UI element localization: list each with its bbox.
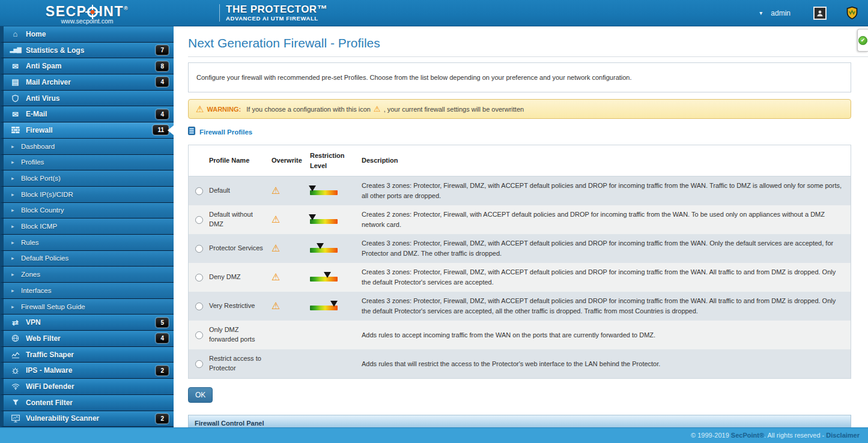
sidebar-item-ips-malware[interactable]: IPS - Malware2	[0, 363, 174, 379]
sidebar-subitem-label: Rules	[21, 239, 169, 246]
email-icon: ✉	[10, 110, 21, 118]
table-header-row: Profile NameOverwriteRestriction LevelDe…	[189, 145, 851, 176]
restriction-marker-icon	[324, 272, 331, 278]
sidebar-item-label: VPN	[26, 318, 151, 327]
sidebar-subitem-default-policies[interactable]: ▸Default Policies	[0, 251, 174, 267]
overwrite-warning-icon: ⚠	[272, 272, 280, 282]
sidebar-subitem-block-ip-s-cidr[interactable]: ▸Block IP(s)/CIDR	[0, 187, 174, 203]
sidebar-item-anti-virus[interactable]: Anti Virus	[0, 91, 174, 107]
sidebar-item-mail-archiver[interactable]: ▤Mail Archiver4	[0, 74, 174, 91]
arrow-right-icon: ▸	[11, 240, 16, 246]
count-badge: 11	[153, 125, 169, 135]
sidebar-item-label: Web Filter	[26, 334, 151, 343]
firewall-submenu: ▸Dashboard▸Profiles▸Block Port(s)▸Block …	[0, 139, 174, 315]
main-content: Next Generation Firewall - Profiles ✔ Co…	[174, 26, 868, 427]
sidebar-subitem-label: Block Country	[21, 206, 169, 214]
antispam-icon: ✉	[10, 62, 21, 70]
crosshair-icon	[87, 7, 98, 17]
footer-brand: SecPoint®	[731, 432, 764, 439]
sidebar-subitem-firewall-setup-guide[interactable]: ▸Firewall Setup Guide	[0, 299, 174, 315]
control-panel-header: Firewall Control Panel	[189, 415, 851, 427]
profile-name: Very Restrictive	[209, 297, 272, 316]
sidebar-item-label: Home	[26, 30, 169, 38]
sidebar-item-content-filter[interactable]: Content Filter	[0, 395, 174, 411]
sidebar-item-wifi-defender[interactable]: WiFi Defender	[0, 379, 174, 395]
restriction-level-bar	[310, 248, 338, 253]
sidebar-subitem-profiles[interactable]: ▸Profiles	[0, 155, 174, 171]
profile-radio[interactable]	[195, 360, 203, 368]
arrow-right-icon: ▸	[11, 159, 16, 165]
profile-radio[interactable]	[195, 331, 203, 339]
disclaimer-link[interactable]: Disclaimer	[826, 432, 860, 439]
profiles-table: Profile NameOverwriteRestriction LevelDe…	[188, 145, 851, 379]
sidebar-subitem-block-country[interactable]: ▸Block Country	[0, 203, 174, 219]
sidebar-item-label: IPS - Malware	[26, 366, 151, 375]
sidebar-item-home[interactable]: ⌂Home	[0, 26, 174, 43]
sidebar-item-e-mail[interactable]: ✉E-Mail4	[0, 106, 174, 122]
sidebar-subitem-zones[interactable]: ▸Zones	[0, 267, 174, 283]
sidebar-item-label: Statistics & Logs	[26, 46, 151, 55]
status-check-tab[interactable]: ✔	[857, 29, 868, 52]
header-right: ▾ admin	[759, 6, 868, 20]
arrow-right-icon: ▸	[11, 191, 16, 197]
sidebar-subitem-label: Firewall Setup Guide	[21, 303, 169, 310]
profile-row-default: Default⚠Creates 3 zones: Protector, Fire…	[189, 176, 851, 205]
sidebar-item-label: E-Mail	[26, 110, 151, 118]
sidebar-item-label: Vulnerability Scanner	[26, 414, 151, 423]
count-badge: 8	[156, 61, 169, 71]
firewall-profiles-link[interactable]: Firewall Profiles	[199, 128, 252, 136]
ips-icon	[10, 367, 21, 375]
profile-description: Creates 3 zones: Protector, Firewall, DM…	[362, 176, 851, 205]
sidebar-item-anti-spam[interactable]: ✉Anti Spam8	[0, 58, 174, 74]
home-icon: ⌂	[10, 30, 21, 38]
logo-site-url: www.secpoint.com	[0, 17, 174, 25]
profile-name: Only DMZ forwarded ports	[209, 321, 272, 349]
restriction-level-bar	[310, 277, 338, 282]
profile-description: Creates 3 zones: Protector, Firewall, DM…	[362, 292, 851, 321]
count-badge: 7	[156, 45, 169, 55]
overwrite-warning-icon: ⚠	[272, 214, 280, 225]
arrow-right-icon: ▸	[11, 255, 16, 261]
sidebar-item-firewall[interactable]: Firewall11	[0, 122, 174, 139]
profile-row-protector-services: Protector Services⚠Creates 3 zones: Prot…	[189, 234, 851, 263]
user-account-icon[interactable]	[813, 7, 827, 20]
warning-text-before: If you choose a configuration with this …	[246, 106, 371, 113]
firewall-profiles-icon	[188, 127, 195, 137]
sidebar-subitem-block-icmp[interactable]: ▸Block ICMP	[0, 218, 174, 235]
vip-shield-icon[interactable]	[846, 6, 858, 20]
restriction-marker-icon	[317, 243, 324, 249]
sidebar-item-statistics-logs[interactable]: ▂▅▇Statistics & Logs7	[0, 43, 174, 59]
sidebar-item-label: Content Filter	[26, 399, 169, 407]
title-divider	[188, 56, 868, 57]
sidebar-subitem-block-port-s[interactable]: ▸Block Port(s)	[0, 170, 174, 187]
profile-description: Creates 2 zones: Protector, Firewall, wi…	[362, 205, 851, 234]
sidebar-item-label: Anti Spam	[26, 62, 151, 70]
sidebar-subitem-dashboard[interactable]: ▸Dashboard	[0, 139, 174, 155]
profile-description: Creates 3 zones: Protector, Firewall, DM…	[362, 263, 851, 292]
green-check-icon: ✔	[858, 36, 867, 45]
sidebar-item-vpn[interactable]: ⇄VPN5	[0, 315, 174, 331]
restriction-marker-icon	[309, 214, 316, 220]
sidebar-item-web-filter[interactable]: Web Filter4	[0, 331, 174, 347]
user-name[interactable]: admin	[771, 9, 791, 17]
sidebar-item-traffic-shaper[interactable]: Traffic Shaper	[0, 347, 174, 363]
user-menu-caret-icon[interactable]: ▾	[759, 10, 762, 16]
ok-button[interactable]: OK	[188, 387, 213, 403]
sidebar-subitem-interfaces[interactable]: ▸Interfaces	[0, 283, 174, 299]
profile-radio[interactable]	[195, 216, 203, 224]
sidebar-subitem-rules[interactable]: ▸Rules	[0, 235, 174, 251]
product-title-block: THE PROTECTOR™ ADVANCED AI UTM FIREWALL	[219, 4, 327, 22]
vpn-icon: ⇄	[10, 319, 21, 327]
overwrite-warning-icon: ⚠	[272, 185, 280, 196]
secpoint-logo[interactable]: SECPINT® www.secpoint.com	[0, 2, 174, 25]
profile-radio[interactable]	[195, 303, 203, 310]
restriction-marker-icon	[330, 301, 338, 307]
profile-radio[interactable]	[195, 274, 203, 282]
sidebar-item-label: WiFi Defender	[26, 382, 169, 391]
sidebar-item-vulnerability-scanner[interactable]: Vulnerability Scanner2	[0, 411, 174, 427]
profile-radio[interactable]	[195, 245, 203, 253]
profile-radio[interactable]	[195, 187, 203, 195]
sidebar-subitem-label: Block Port(s)	[21, 175, 169, 182]
count-badge: 5	[156, 318, 169, 328]
sidebar-subitem-label: Block IP(s)/CIDR	[21, 191, 169, 198]
